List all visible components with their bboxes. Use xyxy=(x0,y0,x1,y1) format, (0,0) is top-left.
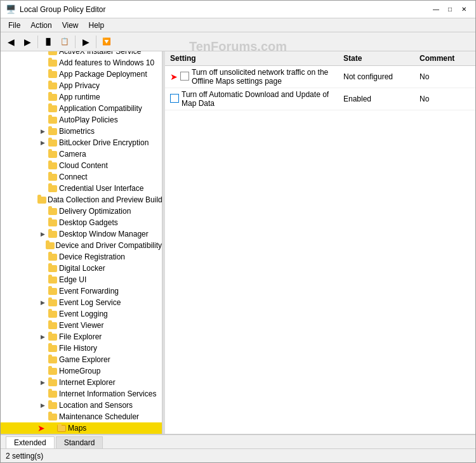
folder-icon xyxy=(48,103,58,114)
tree-node[interactable]: Game Explorer xyxy=(1,354,162,365)
show-hide-button[interactable]: ▐▌ xyxy=(41,34,56,49)
setting-icon xyxy=(180,72,192,82)
tree-node[interactable]: Delivery Optimization xyxy=(1,205,162,217)
tree-expand-icon xyxy=(37,263,48,273)
tree-node-label: File Explorer xyxy=(59,332,102,341)
folder-icon xyxy=(48,275,58,285)
tree-node[interactable]: App runtime xyxy=(1,91,162,103)
tree-node[interactable]: Event Logging xyxy=(1,308,162,320)
right-row[interactable]: Turn off Automatic Download and Update o… xyxy=(165,88,475,110)
tree-node-label: Location and Sensors xyxy=(59,401,133,410)
tree-expand-icon[interactable]: ▶ xyxy=(37,377,48,388)
tree-node[interactable]: ▶Location and Sensors xyxy=(1,400,162,411)
tree-node-label: Maps xyxy=(68,424,86,433)
forward-button[interactable]: ▶ xyxy=(20,34,35,49)
tree-expand-icon xyxy=(37,115,48,125)
tree-node[interactable]: ▶Internet Explorer xyxy=(1,377,162,388)
tree-node[interactable]: Maintenance Scheduler xyxy=(1,411,162,422)
bottom-bar: ExtendedStandard 2 setting(s) xyxy=(1,434,475,462)
tree-node[interactable]: ▶BitLocker Drive Encryption xyxy=(1,137,162,148)
tree-node[interactable]: ActiveX Installer Service xyxy=(1,51,162,57)
filter-button[interactable]: 🔽 xyxy=(99,34,114,49)
tree-node[interactable]: AutoPlay Policies xyxy=(1,114,162,126)
run-button[interactable]: ▶ xyxy=(78,34,93,49)
status-text: 2 setting(s) xyxy=(6,452,43,460)
copy-button[interactable]: 📋 xyxy=(57,34,72,49)
tab-extended[interactable]: Extended xyxy=(6,436,55,448)
tree-node[interactable]: ➤Maps xyxy=(1,422,162,434)
maximize-button[interactable]: □ xyxy=(444,4,456,15)
tree-expand-icon xyxy=(37,218,48,228)
folder-icon xyxy=(48,377,58,388)
tree-node[interactable]: Device Registration xyxy=(1,251,162,263)
tree-expand-icon[interactable]: ▶ xyxy=(37,229,48,239)
tree-node[interactable]: File History xyxy=(1,342,162,354)
tree-expand-icon[interactable]: ▶ xyxy=(37,138,48,148)
menu-action[interactable]: Action xyxy=(25,20,56,31)
row-comment-text: No xyxy=(420,95,470,103)
close-button[interactable]: ✕ xyxy=(458,4,470,15)
tab-bar: ExtendedStandard xyxy=(1,434,475,448)
tree-node-label: Application Compatibility xyxy=(59,104,142,113)
tree-expand-icon xyxy=(37,240,46,251)
tree-node-label: Game Explorer xyxy=(59,355,110,364)
tree-expand-icon[interactable]: ▶ xyxy=(37,126,48,136)
tree-node-label: Desktop Window Manager xyxy=(59,230,149,238)
toolbar: ◀ ▶ ▐▌ 📋 ▶ 🔽 xyxy=(1,32,475,51)
tree-node-label: Digital Locker xyxy=(59,264,105,273)
tree-node[interactable]: ▶File Explorer xyxy=(1,331,162,342)
tree-container[interactable]: 💻Local Computer Policy▼Computer Configur… xyxy=(1,51,162,434)
folder-icon xyxy=(48,309,58,319)
tree-expand-icon xyxy=(37,275,48,285)
tree-node-label: Cloud Content xyxy=(59,161,108,170)
tree-node[interactable]: Internet Information Services xyxy=(1,388,162,400)
tree-expand-icon[interactable]: ▶ xyxy=(37,332,48,342)
tree-expand-icon[interactable]: ▶ xyxy=(37,297,48,308)
menu-view[interactable]: View xyxy=(57,20,84,31)
tree-node-label: Event Forwarding xyxy=(59,287,119,296)
tree-node[interactable]: Event Viewer xyxy=(1,320,162,331)
tree-node[interactable]: Device and Driver Compatibility xyxy=(1,240,162,251)
tree-node[interactable]: Digital Locker xyxy=(1,263,162,274)
tab-standard[interactable]: Standard xyxy=(56,436,103,448)
tree-expand-icon xyxy=(37,51,48,56)
tree-node[interactable]: Data Collection and Preview Builds xyxy=(1,194,162,205)
folder-icon xyxy=(48,343,58,353)
setting-icon xyxy=(170,94,182,105)
tree-node-label: Event Logging xyxy=(59,310,108,318)
folder-icon xyxy=(48,81,58,91)
tree-node[interactable]: Event Forwarding xyxy=(1,285,162,297)
row-setting-text: Turn off Automatic Download and Update o… xyxy=(182,90,343,108)
right-content[interactable]: ➤Turn off unsolicited network traffic on… xyxy=(165,66,475,434)
tree-expand-icon[interactable]: ▶ xyxy=(37,400,48,410)
tree-node[interactable]: Desktop Gadgets xyxy=(1,217,162,228)
tree-node[interactable]: Add features to Windows 10 xyxy=(1,57,162,68)
tree-node-label: File History xyxy=(59,344,97,353)
tree-node[interactable]: ▶Event Log Service xyxy=(1,297,162,308)
window-icon: 🖥️ xyxy=(6,4,16,14)
tree-node[interactable]: App Privacy xyxy=(1,80,162,91)
tree-expand-icon xyxy=(37,366,48,376)
folder-icon xyxy=(48,400,58,410)
tree-node[interactable]: App Package Deployment xyxy=(1,68,162,80)
minimize-button[interactable]: — xyxy=(430,4,442,15)
menu-file[interactable]: File xyxy=(3,20,25,31)
tree-node[interactable]: ▶Desktop Window Manager xyxy=(1,228,162,240)
tree-node[interactable]: Camera xyxy=(1,148,162,160)
tree-node-label: Delivery Optimization xyxy=(59,207,131,216)
menu-help[interactable]: Help xyxy=(84,20,110,31)
tree-node[interactable]: ▶Biometrics xyxy=(1,126,162,137)
tree-node[interactable]: Edge UI xyxy=(1,274,162,285)
right-row[interactable]: ➤Turn off unsolicited network traffic on… xyxy=(165,66,475,88)
back-button[interactable]: ◀ xyxy=(3,34,18,49)
folder-icon xyxy=(48,332,58,342)
tree-node-label: BitLocker Drive Encryption xyxy=(59,138,149,147)
tree-node[interactable]: Cloud Content xyxy=(1,160,162,171)
tree-node[interactable]: Connect xyxy=(1,171,162,183)
folder-icon xyxy=(48,412,58,422)
tree-node[interactable]: Credential User Interface xyxy=(1,183,162,194)
folder-icon xyxy=(48,286,58,296)
tree-node[interactable]: HomeGroup xyxy=(1,365,162,377)
tree-expand-icon xyxy=(37,160,48,171)
tree-node[interactable]: Application Compatibility xyxy=(1,103,162,114)
